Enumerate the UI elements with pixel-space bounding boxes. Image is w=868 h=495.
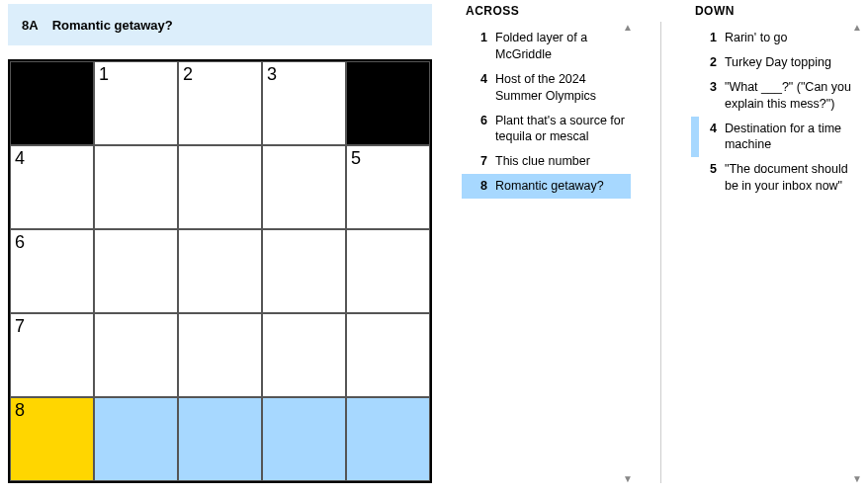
scroll-down-icon[interactable]: ▼ <box>623 473 633 483</box>
current-clue-text: Romantic getaway? <box>52 18 173 33</box>
clue-number: 3 <box>699 79 717 113</box>
clue-text: "What ___?" ("Can you explain this mess?… <box>725 79 854 113</box>
grid-cell[interactable] <box>94 397 178 481</box>
clue-number: 4 <box>699 121 717 154</box>
clue-text: Host of the 2024 Summer Olympics <box>495 71 625 105</box>
clue-item[interactable]: 4Host of the 2024 Summer Olympics <box>462 67 631 109</box>
clue-text: Folded layer of a McGriddle <box>495 30 625 63</box>
cell-number: 7 <box>15 316 25 337</box>
cell-number: 3 <box>267 64 277 85</box>
clue-number: 2 <box>699 54 717 71</box>
current-clue-number: 8A <box>22 18 39 33</box>
grid-cell[interactable]: 5 <box>346 145 430 229</box>
clue-text: "The document should be in your inbox no… <box>725 161 854 195</box>
clue-number: 5 <box>699 161 717 195</box>
grid-cell[interactable]: 7 <box>10 313 94 397</box>
grid-cell[interactable] <box>346 229 430 313</box>
grid-cell-black <box>10 61 94 145</box>
clue-item[interactable]: 2Turkey Day topping <box>691 50 860 75</box>
grid-cell[interactable] <box>178 229 262 313</box>
grid-cell[interactable] <box>178 145 262 229</box>
clue-text: Turkey Day topping <box>725 54 854 71</box>
down-header: DOWN <box>691 4 860 18</box>
cell-number: 4 <box>15 148 25 169</box>
clue-number: 1 <box>470 30 487 63</box>
clue-item[interactable]: 8Romantic getaway? <box>462 174 631 199</box>
grid-cell[interactable] <box>94 145 178 229</box>
crossword-grid: 12345678 <box>8 59 432 483</box>
scroll-up-icon[interactable]: ▲ <box>623 22 633 32</box>
clue-text: This clue number <box>495 153 625 170</box>
across-clues-column: ACROSS 1Folded layer of a McGriddle4Host… <box>462 4 631 483</box>
down-clues-column: DOWN 1Rarin' to go2Turkey Day topping3"W… <box>691 4 860 483</box>
clue-text: Romantic getaway? <box>495 178 625 195</box>
grid-cell[interactable]: 6 <box>10 229 94 313</box>
grid-cell[interactable] <box>262 313 346 397</box>
clue-number: 1 <box>699 30 717 46</box>
grid-cell[interactable] <box>178 313 262 397</box>
grid-cell[interactable] <box>178 397 262 481</box>
clue-text: Plant that's a source for tequila or mes… <box>495 113 625 146</box>
cell-number: 2 <box>183 64 193 85</box>
grid-cell[interactable]: 4 <box>10 145 94 229</box>
clue-item[interactable]: 3"What ___?" ("Can you explain this mess… <box>691 75 860 117</box>
clue-item[interactable]: 6Plant that's a source for tequila or me… <box>462 109 631 150</box>
down-clue-list: 1Rarin' to go2Turkey Day topping3"What _… <box>691 26 860 199</box>
clue-text: Rarin' to go <box>725 30 854 46</box>
grid-cell[interactable] <box>262 397 346 481</box>
grid-cell[interactable] <box>346 313 430 397</box>
clue-number: 7 <box>470 153 487 170</box>
current-clue-bar: 8A Romantic getaway? <box>8 4 432 45</box>
clue-item[interactable]: 7This clue number <box>462 149 631 174</box>
column-divider <box>660 22 661 483</box>
grid-cell[interactable]: 8 <box>10 397 94 481</box>
across-clue-list: 1Folded layer of a McGriddle4Host of the… <box>462 26 631 199</box>
clue-item[interactable]: 4Destination for a time machine <box>691 117 860 158</box>
cell-number: 8 <box>15 400 25 421</box>
clue-number: 6 <box>470 113 487 146</box>
grid-cell[interactable]: 3 <box>262 61 346 145</box>
grid-cell[interactable]: 1 <box>94 61 178 145</box>
grid-cell-black <box>346 61 430 145</box>
grid-cell[interactable] <box>262 145 346 229</box>
scroll-up-icon[interactable]: ▲ <box>852 22 862 32</box>
cell-number: 5 <box>351 148 361 169</box>
grid-cell[interactable] <box>94 229 178 313</box>
cell-number: 1 <box>99 64 109 85</box>
across-header: ACROSS <box>462 4 631 18</box>
grid-cell[interactable] <box>262 229 346 313</box>
grid-cell[interactable]: 2 <box>178 61 262 145</box>
clue-number: 8 <box>470 178 487 195</box>
clue-item[interactable]: 1Rarin' to go <box>691 26 860 50</box>
clue-text: Destination for a time machine <box>725 121 854 154</box>
clue-number: 4 <box>470 71 487 105</box>
clue-item[interactable]: 5"The document should be in your inbox n… <box>691 157 860 199</box>
cell-number: 6 <box>15 232 25 253</box>
grid-cell[interactable] <box>346 397 430 481</box>
grid-cell[interactable] <box>94 313 178 397</box>
clue-item[interactable]: 1Folded layer of a McGriddle <box>462 26 631 67</box>
scroll-down-icon[interactable]: ▼ <box>852 473 862 483</box>
